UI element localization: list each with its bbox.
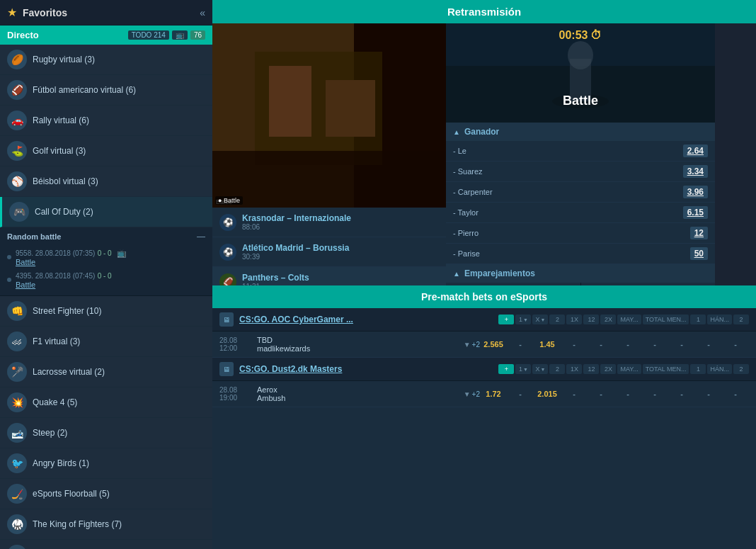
bet-odds-1-1[interactable]: 1.72: [480, 388, 507, 400]
sidebar-item-rally[interactable]: 🚗 Rally virtual (6): [0, 106, 212, 136]
golf-label: Golf virtual (3): [33, 146, 86, 156]
sidebar-item-rugby[interactable]: 🏉 Rugby virtual (3): [0, 45, 212, 75]
sidebar-item-injustice[interactable]: ⚡ Injustice (4): [0, 540, 212, 549]
esports-name-1[interactable]: CS:GO. AOC CyberGamer ...: [239, 315, 498, 324]
floorball-icon: 🏒: [7, 484, 27, 504]
col-may-2[interactable]: MAY...: [617, 364, 641, 374]
odds-row-0[interactable]: - Le 2.64: [446, 141, 715, 162]
match-item-2[interactable]: 🏈 Panthers – Colts 11:31: [212, 267, 446, 285]
king-icon: 🥋: [7, 514, 27, 534]
battle-dot-1: [7, 278, 11, 282]
odds-row-1[interactable]: - Suarez 3.34: [446, 162, 715, 182]
battle-name-0[interactable]: Battle: [16, 258, 205, 266]
handicap-0[interactable]: +2: [472, 341, 480, 349]
match-icon-1: ⚽: [219, 244, 236, 261]
col-x-1[interactable]: X ▼: [532, 315, 548, 324]
odds-val-2[interactable]: 3.96: [683, 186, 708, 198]
col-2x-2[interactable]: 2X: [600, 364, 616, 374]
match-item-0[interactable]: ⚽ Krasnodar – Internazionale 88:06: [212, 208, 446, 237]
team2-1: Ambush: [257, 394, 464, 402]
col-may-1[interactable]: MAY...: [617, 315, 641, 324]
col-x-2[interactable]: X ▼: [532, 364, 548, 374]
sidebar-item-baseball[interactable]: ⚾ Béisbol virtual (3): [0, 166, 212, 197]
odds-val-3[interactable]: 6.15: [683, 206, 708, 219]
bet-toggle-0[interactable]: ▼: [464, 341, 471, 349]
bet-odds-3-1[interactable]: 2.015: [534, 388, 561, 400]
col-han-2[interactable]: HÁN...: [707, 364, 732, 374]
sidebar-item-king[interactable]: 🥋 The King of Fighters (7): [0, 509, 212, 540]
match-item-1[interactable]: ⚽ Atlético Madrid – Borussia 30:39: [212, 237, 446, 267]
sidebar-collapse-icon[interactable]: «: [200, 7, 205, 18]
col-1-1[interactable]: 1 ▼: [515, 315, 531, 324]
sidebar-item-football[interactable]: 🏈 Fútbol americano virtual (6): [0, 75, 212, 106]
directo-row[interactable]: Directo TODO 214 📺 76: [0, 26, 212, 45]
rally-icon: 🚗: [7, 111, 27, 130]
cod-icon: 🎮: [9, 202, 29, 222]
sidebar-item-lacrosse[interactable]: 🥍 Lacrosse virtual (2): [0, 357, 212, 387]
video-thumbnail[interactable]: Battle ● Battle: [212, 23, 446, 208]
bet-adjust-0: ▼ +2: [464, 341, 480, 349]
bet-odds-1-0[interactable]: 2.565: [480, 339, 507, 350]
col-1b-1[interactable]: 1: [690, 315, 706, 324]
sidebar-item-f1[interactable]: 🏎 F1 virtual (3): [0, 327, 212, 357]
col-12-2[interactable]: 12: [583, 364, 599, 374]
sidebar-item-floorball[interactable]: 🏒 eSports Floorball (5): [0, 479, 212, 509]
bet-toggle-1[interactable]: ▼: [464, 390, 471, 398]
sidebar-item-golf[interactable]: ⛳ Golf virtual (3): [0, 136, 212, 166]
col-1x-1[interactable]: 1X: [566, 315, 582, 324]
ganador-header[interactable]: ▲ Ganador: [446, 123, 715, 141]
col-2x-1[interactable]: 2X: [600, 315, 616, 324]
match-teams-1: Aerox Ambush: [257, 385, 464, 402]
col-2-2[interactable]: 2: [549, 364, 565, 374]
odds-val-0[interactable]: 2.64: [683, 145, 708, 157]
sidebar-item-angry[interactable]: 🐦 Angry Birds (1): [0, 448, 212, 479]
col-han-1[interactable]: HÁN...: [707, 315, 732, 324]
angry-icon: 🐦: [7, 453, 27, 473]
battle-id-time-0: 9558. 28.08.2018 (07:35) 0 - 0 📺: [16, 248, 205, 258]
sidebar-title: Favoritos: [23, 7, 200, 18]
odds-row-4[interactable]: - Pierro 12: [446, 223, 715, 244]
col-headers-2: + 1 ▼ X ▼ 2 1X 12 2X MAY... TOTAL MEN...…: [498, 364, 749, 374]
battle-item-1[interactable]: 4395. 28.08.2018 (07:45) 0 - 0 Battle: [7, 268, 205, 291]
sidebar-item-cod[interactable]: 🎮 Call Of Duty (2): [0, 197, 212, 227]
battle-item-0[interactable]: 9558. 28.08.2018 (07:35) 0 - 0 📺 Battle: [7, 246, 205, 268]
col-plus-2[interactable]: +: [498, 364, 514, 374]
odds-val-1[interactable]: 3.34: [683, 165, 708, 178]
col-2b-2[interactable]: 2: [733, 364, 749, 374]
handicap-1[interactable]: +2: [472, 390, 480, 398]
col-1b-2[interactable]: 1: [690, 364, 706, 374]
king-label: The King of Fighters (7): [33, 519, 122, 529]
baseball-icon: ⚾: [7, 171, 27, 191]
sidebar-item-street[interactable]: 👊 Street Fighter (10): [0, 296, 212, 327]
match-date-1: 28.0819:00: [219, 386, 251, 402]
col-plus-1[interactable]: +: [498, 315, 514, 324]
odds-val-4[interactable]: 12: [690, 227, 708, 239]
random-battle-collapse[interactable]: —: [197, 232, 205, 242]
col-2b-1[interactable]: 2: [733, 315, 749, 324]
bottom-section: Pre-match bets on eSports 🖥 CS:GO. AOC C…: [212, 285, 756, 549]
col-1-2[interactable]: 1 ▼: [515, 364, 531, 374]
bet-odds-3-0[interactable]: 1.45: [534, 339, 561, 350]
battle-name-1[interactable]: Battle: [16, 281, 205, 289]
odds-row-3[interactable]: - Taylor 6.15: [446, 203, 715, 223]
stream-icon-0: 📺: [117, 249, 127, 257]
sidebar-item-steep[interactable]: 🎿 Steep (2): [0, 418, 212, 448]
odds-row-2[interactable]: - Carpenter 3.96: [446, 182, 715, 203]
emparejamientos-header[interactable]: ▲ Emparejamientos: [446, 264, 715, 283]
col-1x-2[interactable]: 1X: [566, 364, 582, 374]
col-12-1[interactable]: 12: [583, 315, 599, 324]
esports-icon-1: 🖥: [219, 312, 234, 327]
col-total-1[interactable]: TOTAL MEN...: [643, 315, 689, 324]
bet-odds-6-1: -: [614, 388, 641, 400]
col-2-1[interactable]: 2: [549, 315, 565, 324]
street-icon: 👊: [7, 301, 27, 321]
rugby-icon: 🏉: [7, 50, 27, 69]
lacrosse-icon: 🥍: [7, 362, 27, 382]
ganador-arrow: ▲: [453, 128, 460, 136]
esports-name-2[interactable]: CS:GO. Dust2.dk Masters: [239, 364, 498, 374]
odds-row-5[interactable]: - Parise 50: [446, 244, 715, 264]
bet-odds-7-0: -: [641, 339, 668, 350]
col-total-2[interactable]: TOTAL MEN...: [643, 364, 689, 374]
odds-val-5[interactable]: 50: [690, 247, 708, 260]
sidebar-item-quake[interactable]: 💥 Quake 4 (5): [0, 387, 212, 418]
